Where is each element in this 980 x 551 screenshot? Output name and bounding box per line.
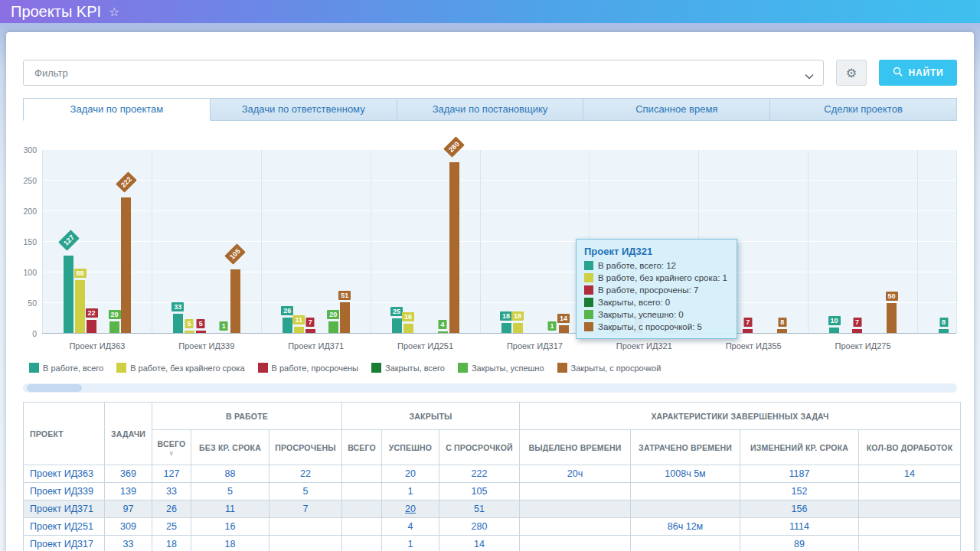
table-cell[interactable]: 139	[105, 483, 152, 500]
table-cell[interactable]: 14	[859, 465, 961, 483]
chart-bar[interactable]	[340, 302, 350, 334]
chart-bar[interactable]	[328, 321, 338, 334]
tab-5[interactable]: Сделки проектов	[770, 98, 957, 121]
chart-bar[interactable]	[887, 303, 897, 334]
table-cell[interactable]: 1	[382, 536, 439, 551]
legend-item[interactable]: Закрыты, всего	[371, 363, 445, 373]
legend-item[interactable]: В работе, просрочены	[258, 363, 358, 373]
table-cell[interactable]: 25	[152, 518, 191, 536]
chart-bar[interactable]	[392, 318, 402, 334]
table-cell[interactable]: 33	[152, 483, 191, 500]
legend-item[interactable]: В работе, без крайнего срока	[116, 363, 244, 373]
bar-slot	[765, 150, 776, 334]
chart-bar[interactable]	[109, 321, 119, 334]
table-cell[interactable]: 5	[270, 483, 342, 500]
col-header-closed-total[interactable]: ВСЕГО	[342, 430, 382, 465]
col-group-done-stats: ХАРАКТЕРИСТИКИ ЗАВЕРШЕННЫХ ЗАДАЧ	[520, 403, 961, 430]
table-cell[interactable]: 14	[439, 536, 520, 551]
bar-slot: 4	[437, 150, 449, 334]
favorite-star-icon[interactable]: ☆	[109, 5, 119, 19]
chart-bar[interactable]	[230, 269, 240, 334]
scrollbar-thumb[interactable]	[27, 384, 82, 392]
table-cell[interactable]: 16	[191, 518, 270, 536]
col-header-deadline-changes[interactable]: ИЗМЕНЕНИЙ КР. СРОКА	[740, 430, 859, 465]
tab-1[interactable]: Задачи по проектам	[23, 98, 211, 121]
col-header-with-delay[interactable]: С ПРОСРОЧКОЙ	[439, 430, 520, 465]
table-cell[interactable]: 86ч 12м	[631, 518, 740, 536]
table-cell[interactable]: 1	[382, 483, 439, 500]
settings-button[interactable]: ⚙	[836, 60, 867, 86]
col-header-time-spent[interactable]: ЗАТРАЧЕНО ВРЕМЕНИ	[631, 430, 740, 465]
chart-bar[interactable]	[449, 162, 459, 334]
search-button[interactable]: НАЙТИ	[879, 60, 957, 86]
table-cell[interactable]: 152	[740, 483, 859, 500]
table-cell[interactable]: 369	[105, 465, 152, 483]
table-cell[interactable]: 5	[191, 483, 270, 500]
tab-4[interactable]: Списанное время	[583, 98, 770, 121]
category-group: 10750Проект ИД275	[808, 150, 917, 334]
chart-scrollbar[interactable]	[23, 383, 957, 393]
table-cell	[631, 536, 740, 551]
col-header-inwork-total[interactable]: ВСЕГО ∨	[152, 430, 191, 465]
table-cell[interactable]: 26	[152, 500, 191, 518]
table-cell[interactable]: 20ч	[520, 465, 631, 483]
table-cell[interactable]: 97	[105, 500, 152, 518]
project-link[interactable]: Проект ИД251	[24, 518, 105, 536]
table-cell[interactable]: 51	[439, 500, 520, 518]
tooltip-swatch	[584, 285, 593, 295]
content-card: Фильтр ⚙ НАЙТИ Задачи по проектамЗадачи …	[6, 32, 974, 551]
tab-2[interactable]: Задачи по ответственному	[211, 98, 397, 121]
chart-bar[interactable]	[283, 318, 292, 334]
chart-bar[interactable]	[501, 323, 511, 334]
chart-bar[interactable]	[513, 323, 523, 334]
table-cell[interactable]: 1008ч 5м	[631, 465, 740, 483]
table-cell[interactable]: 11	[191, 500, 270, 518]
chart-bar[interactable]	[64, 256, 74, 334]
table-cell[interactable]: 18	[152, 536, 191, 551]
col-header-overdue[interactable]: ПРОСРОЧЕНЫ	[270, 430, 342, 465]
legend-item[interactable]: В работе, всего	[29, 363, 103, 373]
table-cell[interactable]: 33	[105, 536, 152, 551]
legend-item[interactable]: Закрыты, успешно	[458, 363, 544, 373]
table-cell[interactable]: 20	[382, 500, 439, 518]
tab-3[interactable]: Задачи по постановщику	[397, 98, 584, 121]
y-tick-label: 150	[23, 237, 37, 246]
table-cell[interactable]: 20	[382, 465, 439, 483]
bar-value-label: 1	[547, 321, 556, 331]
chart-bar[interactable]	[75, 280, 85, 334]
bar-slot: 50	[886, 150, 897, 334]
tooltip-text: В работе, всего: 12	[598, 261, 676, 270]
cell-link[interactable]: 20	[405, 504, 416, 514]
tooltip-swatch	[584, 310, 593, 319]
table-cell[interactable]: 22	[270, 465, 342, 483]
table-cell[interactable]: 105	[439, 483, 520, 500]
project-link[interactable]: Проект ИД317	[24, 536, 105, 551]
table-cell[interactable]: 1114	[740, 518, 859, 536]
table-cell[interactable]: 222	[439, 465, 520, 483]
table-cell[interactable]: 309	[105, 518, 152, 536]
table-group-header-row: ПРОЕКТ ЗАДАЧИ В РАБОТЕ ЗАКРЫТЫ ХАРАКТЕРИ…	[24, 403, 961, 430]
table-cell[interactable]: 280	[439, 518, 520, 536]
bar-slot	[414, 150, 426, 334]
project-link[interactable]: Проект ИД339	[24, 483, 105, 500]
col-header-time-allocated[interactable]: ВЫДЕЛЕНО ВРЕМЕНИ	[520, 430, 631, 465]
table-cell[interactable]: 88	[191, 465, 270, 483]
table-cell[interactable]: 89	[740, 536, 859, 551]
chart-bar[interactable]	[121, 197, 131, 334]
table-cell[interactable]: 1187	[740, 465, 859, 483]
col-header-success[interactable]: УСПЕШНО	[382, 430, 439, 465]
table-cell[interactable]: 127	[152, 465, 191, 483]
col-header-rework-count[interactable]: КОЛ-ВО ДОРАБОТОК	[859, 430, 961, 465]
chart-bar[interactable]	[87, 320, 96, 334]
table-cell[interactable]: 7	[270, 500, 342, 518]
table-cell[interactable]: 4	[382, 518, 439, 536]
chart-bar[interactable]	[173, 314, 183, 334]
table-cell[interactable]: 156	[740, 500, 859, 518]
category-group: 25164280Проект ИД251	[371, 150, 480, 334]
col-header-no-deadline[interactable]: БЕЗ КР. СРОКА	[191, 430, 270, 465]
table-cell[interactable]: 18	[191, 536, 270, 551]
filter-input[interactable]: Фильтр	[23, 60, 824, 86]
project-link[interactable]: Проект ИД363	[24, 465, 105, 483]
project-link[interactable]: Проект ИД371	[24, 500, 105, 518]
legend-item[interactable]: Закрыты, с просрочкой	[557, 363, 662, 373]
